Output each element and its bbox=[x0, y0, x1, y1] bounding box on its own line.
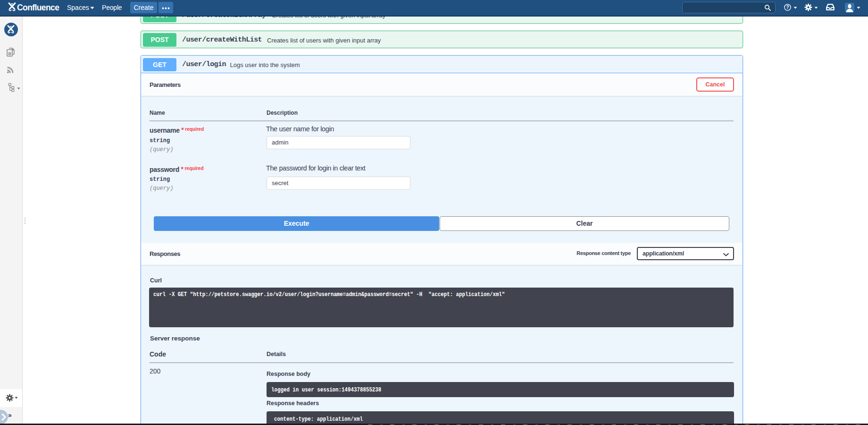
svg-text:?: ? bbox=[786, 5, 789, 10]
